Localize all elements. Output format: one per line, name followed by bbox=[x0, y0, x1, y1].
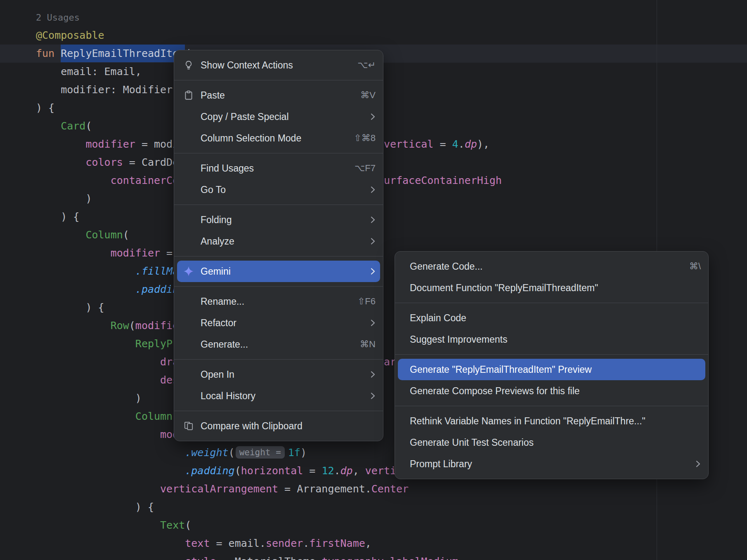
code-token bbox=[36, 120, 61, 132]
menu-separator bbox=[395, 354, 708, 355]
menu-item-generate-replyemailthreaditem-preview[interactable]: Generate "ReplyEmailThreadItem" Preview bbox=[398, 359, 705, 380]
code-token: = bbox=[433, 138, 452, 150]
menu-item-suggest-improvements[interactable]: Suggest Improvements bbox=[395, 329, 708, 350]
menu-item-go-to[interactable]: Go To bbox=[174, 179, 383, 200]
context-menu: Show Context Actions⌥↵Paste⌘VCopy / Past… bbox=[174, 50, 383, 441]
code-token bbox=[36, 555, 185, 560]
code-token bbox=[36, 283, 135, 295]
code-token bbox=[36, 247, 111, 259]
code-token bbox=[36, 537, 185, 549]
code-token: . bbox=[384, 555, 390, 560]
code-token: Column bbox=[135, 410, 173, 422]
code-line[interactable]: verticalArrangement = Arrangement.Center bbox=[36, 480, 502, 498]
menu-item-label: Compare with Clipboard bbox=[201, 421, 303, 432]
menu-item-rethink-variable-names-in-function-replyemailthre[interactable]: Rethink Variable Names in Function "Repl… bbox=[395, 410, 708, 432]
menu-item-icon-slot bbox=[182, 390, 195, 402]
menu-item-shortcut: ⌘V bbox=[348, 90, 376, 101]
menu-item-column-selection-mode[interactable]: Column Selection Mode⇧⌘8 bbox=[174, 127, 383, 149]
code-token: . bbox=[334, 465, 340, 477]
code-token bbox=[36, 156, 85, 168]
lightbulb-icon bbox=[182, 59, 195, 71]
menu-item-generate-compose-previews-for-this-file[interactable]: Generate Compose Previews for this file bbox=[395, 380, 708, 402]
menu-item-copy-paste-special[interactable]: Copy / Paste Special bbox=[174, 106, 383, 127]
chevron-right-icon bbox=[357, 267, 376, 276]
usages-inlay-hint[interactable]: 2 Usages bbox=[36, 12, 80, 23]
code-line[interactable]: style = MaterialTheme.typography.labelMe… bbox=[36, 553, 502, 560]
menu-item-icon-slot bbox=[182, 368, 195, 381]
code-token bbox=[36, 447, 185, 459]
code-token bbox=[36, 374, 160, 386]
code-token bbox=[36, 174, 111, 186]
code-line[interactable]: text = email.sender.firstName, bbox=[36, 534, 502, 553]
menu-item-icon-slot bbox=[182, 111, 195, 123]
code-token: = bbox=[303, 465, 321, 477]
menu-item-find-usages[interactable]: Find Usages⌥F7 bbox=[174, 158, 383, 179]
menu-item-compare-with-clipboard[interactable]: Compare with Clipboard bbox=[174, 415, 383, 437]
code-token: ) bbox=[36, 193, 92, 205]
code-token bbox=[36, 356, 160, 368]
menu-separator bbox=[395, 406, 708, 406]
menu-item-local-history[interactable]: Local History bbox=[174, 385, 383, 407]
menu-item-label: Gemini bbox=[201, 266, 231, 277]
menu-item-label: Column Selection Mode bbox=[201, 133, 301, 144]
gemini-icon bbox=[182, 265, 195, 278]
code-token: = Arrangement. bbox=[278, 483, 371, 495]
code-line[interactable]: 2 Usages bbox=[36, 8, 502, 26]
code-token bbox=[36, 519, 160, 531]
menu-item-prompt-library[interactable]: Prompt Library bbox=[395, 453, 708, 475]
menu-item-gemini[interactable]: Gemini bbox=[177, 261, 380, 282]
code-token: Row bbox=[111, 320, 129, 332]
menu-separator bbox=[395, 303, 708, 303]
menu-item-icon-slot bbox=[182, 295, 195, 308]
menu-item-label: Local History bbox=[201, 391, 255, 402]
code-line[interactable]: ) { bbox=[36, 498, 502, 516]
menu-item-shortcut: ⌘\ bbox=[677, 261, 701, 272]
code-token: dp bbox=[465, 138, 477, 150]
menu-item-icon-slot bbox=[182, 338, 195, 351]
code-line[interactable]: @Composable bbox=[36, 26, 502, 45]
code-token: ) { bbox=[36, 501, 154, 513]
code-line[interactable]: Text( bbox=[36, 516, 502, 534]
code-token: text bbox=[185, 537, 210, 549]
menu-item-generate[interactable]: Generate...⌘N bbox=[174, 334, 383, 355]
chevron-right-icon bbox=[357, 318, 376, 327]
menu-separator bbox=[174, 359, 383, 360]
code-token: ( bbox=[185, 519, 191, 531]
menu-item-rename[interactable]: Rename...⇧F6 bbox=[174, 291, 383, 312]
menu-item-label: Open In bbox=[201, 369, 234, 380]
code-token: = email. bbox=[210, 537, 265, 549]
code-token bbox=[36, 229, 85, 241]
menu-item-refactor[interactable]: Refactor bbox=[174, 312, 383, 334]
code-token: verticalArrangement bbox=[160, 483, 278, 495]
menu-item-show-context-actions[interactable]: Show Context Actions⌥↵ bbox=[174, 54, 383, 76]
menu-item-analyze[interactable]: Analyze bbox=[174, 231, 383, 252]
code-token: . bbox=[459, 138, 465, 150]
code-token: .weight bbox=[185, 447, 228, 459]
menu-item-open-in[interactable]: Open In bbox=[174, 364, 383, 385]
menu-separator bbox=[174, 256, 383, 256]
menu-item-generate-code[interactable]: Generate Code...⌘\ bbox=[395, 256, 708, 277]
code-token: 12 bbox=[321, 465, 334, 477]
code-token: fun bbox=[36, 47, 61, 59]
code-token: colors bbox=[85, 156, 123, 168]
menu-separator bbox=[174, 153, 383, 153]
parameter-name-inlay-hint[interactable]: weight = bbox=[236, 446, 285, 459]
code-token: , bbox=[365, 537, 371, 549]
menu-item-document-function-replyemailthreaditem[interactable]: Document Function "ReplyEmailThreadItem" bbox=[395, 277, 708, 299]
code-token: Card bbox=[61, 120, 85, 132]
code-token: vertical bbox=[384, 138, 433, 150]
chevron-right-icon bbox=[357, 237, 376, 246]
menu-separator bbox=[174, 205, 383, 205]
code-token: , bbox=[459, 555, 465, 560]
menu-item-paste[interactable]: Paste⌘V bbox=[174, 85, 383, 106]
menu-item-icon-slot bbox=[182, 184, 195, 196]
code-token: modifier bbox=[111, 247, 160, 259]
chevron-right-icon bbox=[357, 112, 376, 121]
code-token: surfaceContainerHigh bbox=[378, 174, 502, 186]
menu-item-folding[interactable]: Folding bbox=[174, 209, 383, 231]
code-editor: 2 Usages@Composablefun ReplyEmailThreadI… bbox=[0, 0, 747, 560]
menu-separator bbox=[174, 286, 383, 287]
menu-item-explain-code[interactable]: Explain Code bbox=[395, 307, 708, 329]
menu-item-generate-unit-test-scenarios[interactable]: Generate Unit Test Scenarios bbox=[395, 432, 708, 453]
clipboard-icon bbox=[182, 89, 195, 101]
